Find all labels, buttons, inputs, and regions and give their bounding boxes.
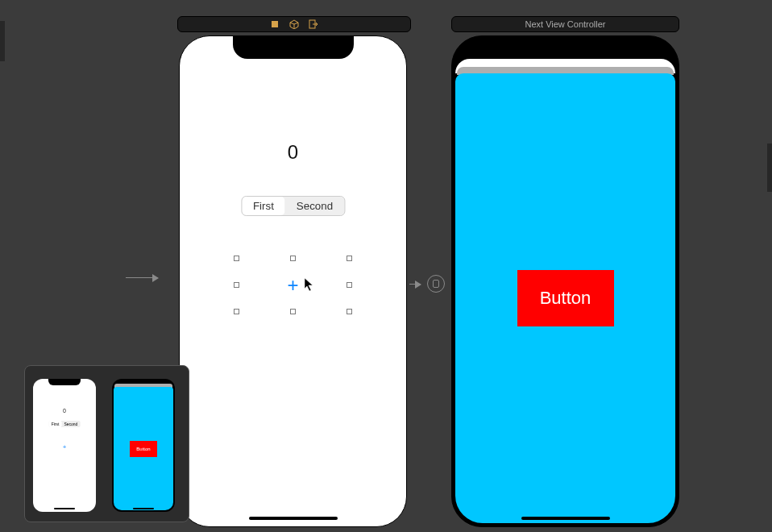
add-button[interactable]: + — [287, 276, 298, 295]
minimap-button: Button — [130, 441, 157, 457]
resize-handle-icon[interactable] — [290, 309, 296, 314]
segment-second[interactable]: Second — [285, 197, 344, 215]
minimap-seg1: First — [49, 421, 62, 427]
minimap-seg2: Second — [61, 421, 80, 427]
arrow-line-icon — [409, 284, 421, 285]
segue[interactable] — [409, 275, 445, 293]
home-indicator-icon — [249, 517, 338, 520]
resize-handle-icon[interactable] — [347, 256, 352, 261]
modal-sheet-view[interactable]: Button — [455, 73, 675, 523]
resize-handle-icon[interactable] — [234, 282, 239, 288]
segment-first[interactable]: First — [242, 197, 285, 215]
scene-view-controller-1[interactable]: 0 First Second + — [179, 35, 407, 527]
minimap-segmented: First Second — [49, 421, 81, 427]
scene-next-view-controller[interactable]: Button — [451, 35, 679, 527]
resize-handle-icon[interactable] — [234, 309, 239, 314]
minimap-scene-1[interactable]: 0 First Second + — [33, 379, 96, 512]
minimap-modal-sheet: Button — [114, 387, 173, 510]
square-filled-icon — [270, 19, 280, 29]
main-button[interactable]: Button — [517, 270, 614, 326]
storyboard-minimap[interactable]: 0 First Second + Button — [24, 365, 189, 522]
cube-icon — [289, 19, 299, 29]
resize-handle-icon[interactable] — [290, 256, 296, 261]
notch-icon — [233, 36, 354, 59]
resize-handle-icon[interactable] — [234, 256, 239, 261]
scene-title-label: Next View Controller — [525, 19, 605, 29]
home-indicator-icon — [521, 517, 610, 520]
minimap-scene-2[interactable]: Button — [112, 379, 175, 512]
arrow-line-icon — [126, 277, 158, 278]
counter-label: 0 — [180, 141, 406, 164]
storyboard-entry-point[interactable] — [126, 277, 158, 278]
scene-title-bar-left[interactable] — [177, 16, 411, 32]
segue-present-modally-icon — [427, 275, 445, 293]
resize-handle-icon[interactable] — [347, 309, 352, 314]
svg-line-4 — [294, 23, 298, 24]
scene-title-bar-right[interactable]: Next View Controller — [451, 16, 679, 32]
minimap-counter: 0 — [33, 408, 96, 414]
exit-icon — [309, 19, 318, 29]
minimap-plus-icon: + — [63, 443, 67, 451]
home-indicator-icon — [54, 508, 75, 509]
resize-handle-icon[interactable] — [347, 282, 352, 288]
svg-rect-0 — [272, 21, 278, 27]
segmented-control[interactable]: First Second — [241, 196, 345, 216]
panel-edge-right — [767, 143, 772, 192]
svg-line-3 — [290, 23, 294, 24]
panel-edge-left — [0, 21, 5, 61]
home-indicator-icon — [133, 508, 154, 509]
notch-icon — [48, 379, 81, 385]
